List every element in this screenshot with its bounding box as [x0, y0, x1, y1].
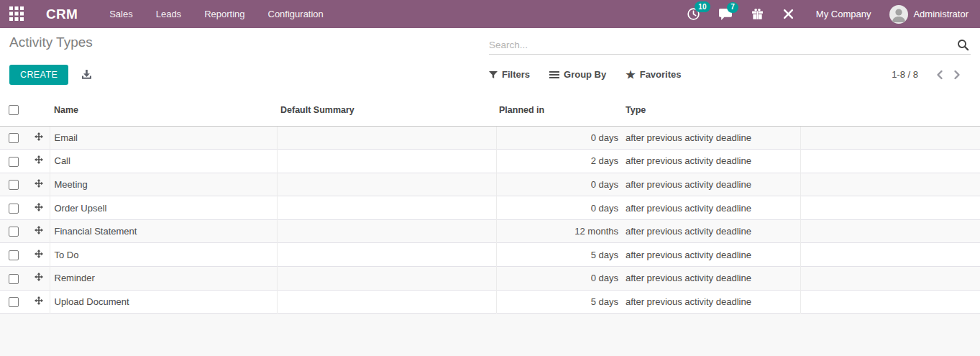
row-checkbox[interactable]: [9, 180, 19, 190]
star-icon: ★: [626, 69, 635, 80]
default-summary-cell[interactable]: [277, 126, 496, 150]
activity-name-cell[interactable]: Call: [50, 150, 277, 173]
row-handle-cell: [29, 267, 50, 291]
messages-button[interactable]: 7: [719, 8, 733, 21]
default-summary-cell[interactable]: [277, 173, 496, 196]
pager: 1-8 / 8: [892, 69, 966, 80]
activity-name-cell[interactable]: To Do: [50, 243, 277, 267]
filters-button[interactable]: Filters: [489, 69, 530, 80]
select-all-checkbox[interactable]: [9, 105, 19, 115]
row-checkbox-cell: [0, 267, 29, 291]
default-summary-cell[interactable]: [277, 196, 496, 220]
export-button[interactable]: [81, 69, 92, 80]
default-summary-cell[interactable]: [277, 219, 496, 243]
group-by-icon: [549, 70, 559, 79]
menu-reporting[interactable]: Reporting: [193, 0, 256, 28]
planned-in-cell[interactable]: 2 days: [496, 150, 622, 173]
drag-handle-icon[interactable]: [35, 132, 43, 141]
drag-handle-icon[interactable]: [35, 203, 43, 211]
table-row[interactable]: Call 2 days after previous activity dead…: [0, 150, 980, 173]
user-avatar[interactable]: [889, 5, 908, 24]
apps-menu-button[interactable]: [0, 0, 33, 28]
type-cell[interactable]: after previous activity deadline: [622, 243, 800, 267]
type-cell[interactable]: after previous activity deadline: [622, 219, 800, 243]
default-summary-cell[interactable]: [277, 290, 496, 314]
column-header-name[interactable]: Name: [50, 94, 277, 126]
user-menu[interactable]: Administrator: [913, 9, 968, 19]
activity-name-cell[interactable]: Order Upsell: [50, 196, 277, 220]
planned-in-cell[interactable]: 12 months: [496, 219, 622, 243]
favorites-label: Favorites: [640, 69, 682, 80]
table-row[interactable]: To Do 5 days after previous activity dea…: [0, 243, 980, 267]
row-handle-cell: [29, 219, 50, 243]
menu-leads[interactable]: Leads: [145, 0, 193, 28]
page-title: Activity Types: [9, 35, 93, 50]
table-row[interactable]: Meeting 0 days after previous activity d…: [0, 173, 980, 196]
row-checkbox-cell: [0, 126, 29, 150]
type-cell[interactable]: after previous activity deadline: [622, 173, 800, 196]
row-checkbox[interactable]: [9, 157, 19, 167]
activity-name-cell[interactable]: Reminder: [50, 267, 277, 291]
menu-configuration[interactable]: Configuration: [257, 0, 335, 28]
menu-sales[interactable]: Sales: [98, 0, 145, 28]
favorites-button[interactable]: ★ Favorites: [626, 69, 681, 80]
planned-in-cell[interactable]: 5 days: [496, 243, 622, 267]
column-header-type[interactable]: Type: [622, 94, 800, 126]
type-cell[interactable]: after previous activity deadline: [622, 267, 800, 291]
activity-name-cell[interactable]: Meeting: [50, 173, 277, 196]
support-tools-button[interactable]: [782, 8, 794, 20]
default-summary-cell[interactable]: [277, 243, 496, 267]
column-header-planned-in[interactable]: Planned in: [496, 94, 622, 126]
row-checkbox-cell: [0, 173, 29, 196]
activities-button[interactable]: 10: [687, 7, 700, 21]
row-checkbox[interactable]: [9, 274, 19, 284]
row-checkbox[interactable]: [9, 133, 19, 143]
filler-cell: [800, 126, 980, 150]
filler-column-header: [800, 94, 980, 126]
group-by-button[interactable]: Group By: [549, 69, 606, 80]
row-checkbox[interactable]: [9, 204, 19, 214]
planned-in-cell[interactable]: 5 days: [496, 290, 622, 314]
column-header-default-summary[interactable]: Default Summary: [277, 94, 496, 126]
drag-handle-icon[interactable]: [35, 155, 43, 164]
activity-name-cell[interactable]: Financial Statement: [50, 219, 277, 243]
company-switcher[interactable]: My Company: [816, 9, 871, 19]
app-brand[interactable]: CRM: [46, 6, 78, 22]
default-summary-cell[interactable]: [277, 150, 496, 173]
row-checkbox[interactable]: [9, 250, 19, 260]
drag-handle-icon[interactable]: [35, 179, 43, 188]
row-handle-cell: [29, 126, 50, 150]
table-row[interactable]: Order Upsell 0 days after previous activ…: [0, 196, 980, 220]
drag-handle-icon[interactable]: [35, 226, 43, 234]
type-cell[interactable]: after previous activity deadline: [622, 196, 800, 220]
planned-in-cell[interactable]: 0 days: [496, 196, 622, 220]
planned-in-cell[interactable]: 0 days: [496, 267, 622, 291]
planned-in-cell[interactable]: 0 days: [496, 126, 622, 150]
drag-handle-icon[interactable]: [35, 296, 43, 305]
gift-icon: [751, 8, 764, 20]
search-button[interactable]: [956, 39, 971, 51]
pager-next-button[interactable]: [948, 70, 966, 80]
drag-handle-icon[interactable]: [35, 273, 43, 281]
pager-previous-button[interactable]: [931, 70, 948, 80]
drag-handle-icon[interactable]: [35, 250, 43, 258]
activity-name-cell[interactable]: Upload Document: [50, 290, 277, 314]
row-handle-cell: [29, 150, 50, 173]
type-cell[interactable]: after previous activity deadline: [622, 290, 800, 314]
type-cell[interactable]: after previous activity deadline: [622, 126, 800, 150]
search-input[interactable]: [489, 37, 956, 53]
person-icon: [889, 5, 908, 24]
activity-name-cell[interactable]: Email: [50, 126, 277, 150]
create-button[interactable]: CREATE: [9, 65, 68, 85]
planned-in-cell[interactable]: 0 days: [496, 173, 622, 196]
type-cell[interactable]: after previous activity deadline: [622, 150, 800, 173]
row-checkbox[interactable]: [9, 297, 19, 307]
table-row[interactable]: Financial Statement 12 months after prev…: [0, 219, 980, 243]
default-summary-cell[interactable]: [277, 267, 496, 291]
row-handle-cell: [29, 196, 50, 220]
row-checkbox[interactable]: [9, 227, 19, 237]
table-row[interactable]: Email 0 days after previous activity dea…: [0, 126, 980, 150]
table-row[interactable]: Reminder 0 days after previous activity …: [0, 267, 980, 291]
gift-button[interactable]: [751, 8, 764, 20]
table-row[interactable]: Upload Document 5 days after previous ac…: [0, 290, 980, 314]
